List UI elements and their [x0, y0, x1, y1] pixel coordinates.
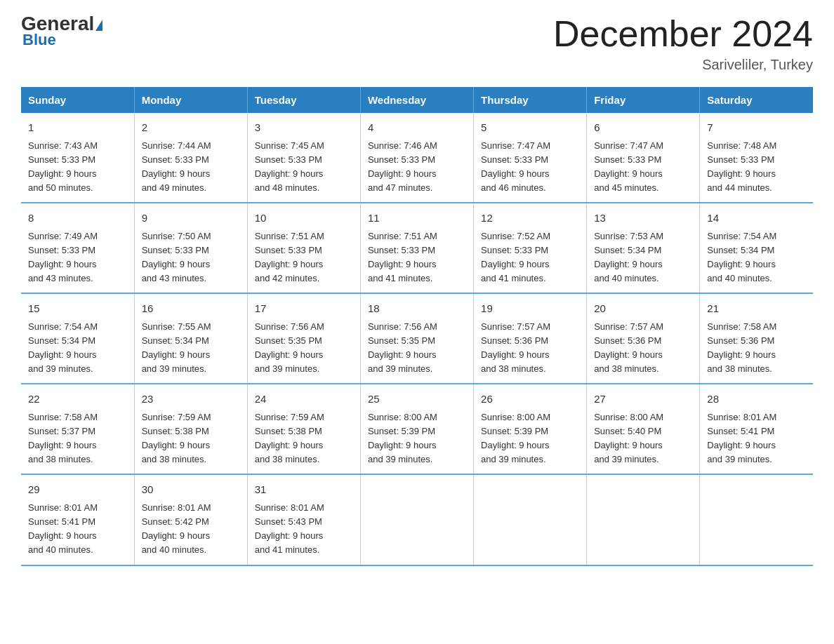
day-number: 26: [481, 391, 579, 408]
day-number: 1: [28, 120, 127, 136]
table-row: 17 Sunrise: 7:56 AMSunset: 5:35 PMDaylig…: [247, 293, 360, 384]
day-info: Sunrise: 7:58 AMSunset: 5:37 PMDaylight:…: [28, 410, 127, 467]
col-saturday: Saturday: [700, 87, 813, 113]
day-info: Sunrise: 7:46 AMSunset: 5:33 PMDaylight:…: [368, 139, 466, 196]
day-number: 16: [142, 301, 240, 317]
table-row: 7 Sunrise: 7:48 AMSunset: 5:33 PMDayligh…: [700, 113, 813, 203]
day-number: 31: [255, 482, 353, 498]
table-row: 24 Sunrise: 7:59 AMSunset: 5:38 PMDaylig…: [247, 384, 360, 474]
day-number: 4: [368, 120, 466, 136]
day-info: Sunrise: 7:43 AMSunset: 5:33 PMDaylight:…: [28, 139, 127, 196]
table-row: 20 Sunrise: 7:57 AMSunset: 5:36 PMDaylig…: [587, 293, 700, 384]
table-row: [700, 474, 813, 565]
day-info: Sunrise: 8:01 AMSunset: 5:41 PMDaylight:…: [707, 410, 806, 467]
day-number: 15: [28, 301, 127, 317]
table-row: 4 Sunrise: 7:46 AMSunset: 5:33 PMDayligh…: [360, 113, 473, 203]
table-row: 21 Sunrise: 7:58 AMSunset: 5:36 PMDaylig…: [700, 293, 813, 384]
title-section: December 2024 Sariveliler, Turkey: [553, 14, 813, 73]
day-number: 13: [594, 210, 692, 227]
day-number: 18: [368, 301, 466, 317]
calendar-row-5: 29 Sunrise: 8:01 AMSunset: 5:41 PMDaylig…: [21, 474, 813, 565]
day-number: 10: [255, 210, 353, 227]
table-row: 16 Sunrise: 7:55 AMSunset: 5:34 PMDaylig…: [134, 293, 247, 384]
table-row: 1 Sunrise: 7:43 AMSunset: 5:33 PMDayligh…: [21, 113, 134, 203]
table-row: 15 Sunrise: 7:54 AMSunset: 5:34 PMDaylig…: [21, 293, 134, 384]
calendar-row-4: 22 Sunrise: 7:58 AMSunset: 5:37 PMDaylig…: [21, 384, 813, 474]
day-info: Sunrise: 7:59 AMSunset: 5:38 PMDaylight:…: [255, 410, 353, 467]
day-number: 17: [255, 301, 353, 317]
day-number: 14: [707, 210, 806, 227]
table-row: 6 Sunrise: 7:47 AMSunset: 5:33 PMDayligh…: [587, 113, 700, 203]
table-row: 2 Sunrise: 7:44 AMSunset: 5:33 PMDayligh…: [134, 113, 247, 203]
calendar-header-row: Sunday Monday Tuesday Wednesday Thursday…: [21, 87, 813, 113]
day-info: Sunrise: 7:54 AMSunset: 5:34 PMDaylight:…: [707, 229, 806, 286]
col-tuesday: Tuesday: [247, 87, 360, 113]
day-number: 7: [707, 120, 806, 136]
day-number: 27: [594, 391, 692, 408]
day-number: 8: [28, 210, 127, 227]
calendar-row-2: 8 Sunrise: 7:49 AMSunset: 5:33 PMDayligh…: [21, 203, 813, 293]
day-number: 6: [594, 120, 692, 136]
day-number: 29: [28, 482, 127, 498]
calendar-row-3: 15 Sunrise: 7:54 AMSunset: 5:34 PMDaylig…: [21, 293, 813, 384]
day-info: Sunrise: 7:51 AMSunset: 5:33 PMDaylight:…: [368, 229, 466, 286]
day-number: 22: [28, 391, 127, 408]
col-thursday: Thursday: [474, 87, 587, 113]
day-info: Sunrise: 7:49 AMSunset: 5:33 PMDaylight:…: [28, 229, 127, 286]
day-info: Sunrise: 7:54 AMSunset: 5:34 PMDaylight:…: [28, 320, 127, 377]
table-row: 25 Sunrise: 8:00 AMSunset: 5:39 PMDaylig…: [360, 384, 473, 474]
table-row: 19 Sunrise: 7:57 AMSunset: 5:36 PMDaylig…: [474, 293, 587, 384]
calendar-row-1: 1 Sunrise: 7:43 AMSunset: 5:33 PMDayligh…: [21, 113, 813, 203]
day-number: 25: [368, 391, 466, 408]
col-wednesday: Wednesday: [360, 87, 473, 113]
table-row: 30 Sunrise: 8:01 AMSunset: 5:42 PMDaylig…: [134, 474, 247, 565]
table-row: 23 Sunrise: 7:59 AMSunset: 5:38 PMDaylig…: [134, 384, 247, 474]
logo-blue: Blue: [22, 31, 56, 49]
day-number: 19: [481, 301, 579, 317]
day-number: 12: [481, 210, 579, 227]
day-number: 9: [142, 210, 240, 227]
table-row: 10 Sunrise: 7:51 AMSunset: 5:33 PMDaylig…: [247, 203, 360, 293]
table-row: 29 Sunrise: 8:01 AMSunset: 5:41 PMDaylig…: [21, 474, 134, 565]
day-info: Sunrise: 7:56 AMSunset: 5:35 PMDaylight:…: [368, 320, 466, 377]
table-row: 11 Sunrise: 7:51 AMSunset: 5:33 PMDaylig…: [360, 203, 473, 293]
page-title: December 2024: [553, 14, 813, 54]
day-info: Sunrise: 8:01 AMSunset: 5:43 PMDaylight:…: [255, 501, 353, 558]
table-row: [360, 474, 473, 565]
table-row: 9 Sunrise: 7:50 AMSunset: 5:33 PMDayligh…: [134, 203, 247, 293]
day-number: 30: [142, 482, 240, 498]
day-info: Sunrise: 8:01 AMSunset: 5:42 PMDaylight:…: [142, 501, 240, 558]
day-info: Sunrise: 7:55 AMSunset: 5:34 PMDaylight:…: [142, 320, 240, 377]
page-header: General Blue December 2024 Sariveliler, …: [21, 14, 813, 73]
day-info: Sunrise: 8:01 AMSunset: 5:41 PMDaylight:…: [28, 501, 127, 558]
table-row: 27 Sunrise: 8:00 AMSunset: 5:40 PMDaylig…: [587, 384, 700, 474]
table-row: [587, 474, 700, 565]
table-row: 3 Sunrise: 7:45 AMSunset: 5:33 PMDayligh…: [247, 113, 360, 203]
day-number: 11: [368, 210, 466, 227]
table-row: 22 Sunrise: 7:58 AMSunset: 5:37 PMDaylig…: [21, 384, 134, 474]
day-info: Sunrise: 8:00 AMSunset: 5:39 PMDaylight:…: [481, 410, 579, 467]
table-row: 31 Sunrise: 8:01 AMSunset: 5:43 PMDaylig…: [247, 474, 360, 565]
table-row: 26 Sunrise: 8:00 AMSunset: 5:39 PMDaylig…: [474, 384, 587, 474]
day-info: Sunrise: 7:57 AMSunset: 5:36 PMDaylight:…: [594, 320, 692, 377]
day-info: Sunrise: 7:51 AMSunset: 5:33 PMDaylight:…: [255, 229, 353, 286]
day-number: 2: [142, 120, 240, 136]
day-info: Sunrise: 7:47 AMSunset: 5:33 PMDaylight:…: [594, 139, 692, 196]
col-monday: Monday: [134, 87, 247, 113]
table-row: 18 Sunrise: 7:56 AMSunset: 5:35 PMDaylig…: [360, 293, 473, 384]
day-number: 20: [594, 301, 692, 317]
col-sunday: Sunday: [21, 87, 134, 113]
day-info: Sunrise: 8:00 AMSunset: 5:39 PMDaylight:…: [368, 410, 466, 467]
col-friday: Friday: [587, 87, 700, 113]
table-row: 28 Sunrise: 8:01 AMSunset: 5:41 PMDaylig…: [700, 384, 813, 474]
table-row: 5 Sunrise: 7:47 AMSunset: 5:33 PMDayligh…: [474, 113, 587, 203]
day-info: Sunrise: 8:00 AMSunset: 5:40 PMDaylight:…: [594, 410, 692, 467]
day-info: Sunrise: 7:52 AMSunset: 5:33 PMDaylight:…: [481, 229, 579, 286]
day-number: 28: [707, 391, 806, 408]
table-row: 12 Sunrise: 7:52 AMSunset: 5:33 PMDaylig…: [474, 203, 587, 293]
day-info: Sunrise: 7:48 AMSunset: 5:33 PMDaylight:…: [707, 139, 806, 196]
day-info: Sunrise: 7:45 AMSunset: 5:33 PMDaylight:…: [255, 139, 353, 196]
calendar-table: Sunday Monday Tuesday Wednesday Thursday…: [21, 87, 813, 565]
day-info: Sunrise: 7:53 AMSunset: 5:34 PMDaylight:…: [594, 229, 692, 286]
day-number: 24: [255, 391, 353, 408]
